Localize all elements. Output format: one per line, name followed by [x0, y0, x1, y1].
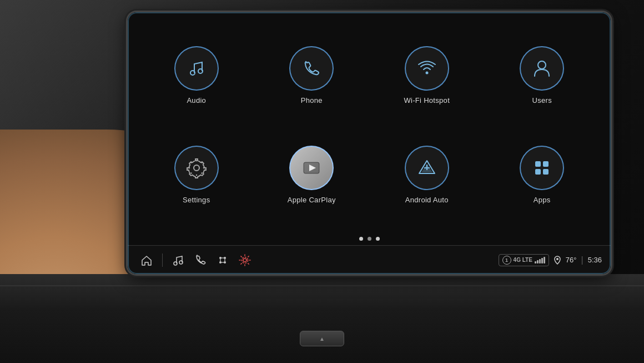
pagination-dot-3	[376, 237, 380, 241]
phone-icon	[300, 57, 323, 79]
svg-point-25	[243, 258, 246, 262]
nav-icons-group	[137, 250, 499, 270]
phone-icon-circle	[289, 46, 334, 91]
svg-point-19	[219, 261, 222, 263]
svg-point-3	[538, 61, 546, 69]
location-icon	[554, 256, 561, 265]
signal-bars	[535, 257, 545, 263]
users-label: Users	[532, 96, 552, 105]
dashboard-bottom	[0, 274, 644, 363]
settings-quick-icon[interactable]	[235, 250, 255, 270]
wifi-icon	[416, 57, 438, 79]
app-item-phone[interactable]: Phone	[254, 26, 370, 125]
app-item-android-auto[interactable]: Android Auto	[369, 125, 485, 225]
pagination	[128, 233, 611, 245]
carplay-label: Apple CarPlay	[288, 196, 336, 204]
svg-point-20	[224, 261, 226, 263]
nav-divider-1	[162, 253, 163, 267]
music-note-icon	[185, 57, 208, 79]
audio-icon-circle	[174, 46, 219, 91]
svg-point-2	[425, 72, 428, 74]
wifi-label: Wi-Fi Hotspot	[404, 96, 450, 105]
infotainment-screen: Audio Phone	[128, 12, 611, 274]
time-separator: |	[581, 255, 583, 265]
temperature: 76°	[566, 256, 577, 264]
app-item-wifi[interactable]: Wi-Fi Hotspot	[369, 26, 485, 125]
pagination-dot-2	[368, 237, 371, 241]
settings-icon-circle	[174, 146, 219, 190]
signal-bar-4	[541, 258, 543, 263]
apps-label: Apps	[534, 196, 551, 204]
apps-quick-icon[interactable]	[213, 250, 233, 270]
scene: Audio Phone	[0, 0, 644, 363]
svg-point-18	[224, 257, 226, 259]
grid-icon	[531, 157, 553, 179]
svg-rect-14	[543, 169, 549, 175]
svg-rect-12	[543, 161, 549, 167]
apps-icon-circle	[520, 146, 564, 190]
carplay-icon	[300, 157, 323, 179]
users-icon-circle	[520, 46, 564, 91]
status-bar: 1 4G LTE 76°	[128, 245, 611, 274]
user-icon	[531, 57, 553, 79]
status-right: 1 4G LTE 76°	[499, 254, 602, 266]
svg-point-27	[242, 257, 248, 263]
settings-label: Settings	[183, 196, 210, 204]
signal-bar-5	[544, 257, 545, 263]
svg-rect-11	[535, 161, 541, 167]
app-grid: Audio Phone	[128, 12, 611, 233]
signal-bar-3	[539, 259, 541, 263]
infotainment-screen-wrapper: Audio Phone	[128, 12, 611, 274]
app-item-audio[interactable]: Audio	[139, 26, 254, 125]
home-nav-icon[interactable]	[137, 250, 157, 270]
pagination-dot-1	[359, 237, 363, 241]
android-auto-label: Android Auto	[405, 196, 449, 204]
center-console-button[interactable]	[300, 331, 344, 346]
gear-icon	[185, 157, 208, 179]
signal-bar-2	[537, 260, 539, 263]
svg-point-28	[556, 258, 559, 260]
music-nav-icon[interactable]	[168, 250, 188, 270]
signal-badge: 1 4G LTE	[499, 254, 549, 266]
svg-point-17	[219, 257, 222, 259]
audio-label: Audio	[187, 96, 206, 105]
svg-point-4	[194, 165, 199, 171]
lte-label: 4G LTE	[514, 257, 532, 263]
svg-rect-13	[535, 169, 541, 175]
carplay-icon-circle	[289, 146, 334, 190]
app-item-carplay[interactable]: Apple CarPlay	[254, 125, 370, 225]
signal-number: 1	[502, 256, 511, 265]
wifi-icon-circle	[405, 46, 449, 91]
android-auto-icon-circle	[405, 146, 449, 190]
phone-nav-icon[interactable]	[190, 250, 210, 270]
app-item-settings[interactable]: Settings	[139, 125, 254, 225]
app-item-apps[interactable]: Apps	[485, 125, 600, 225]
android-auto-icon	[416, 157, 438, 179]
clock-time: 5:36	[588, 256, 602, 264]
phone-label: Phone	[301, 96, 323, 105]
signal-bar-1	[535, 261, 536, 263]
app-item-users[interactable]: Users	[485, 26, 600, 125]
